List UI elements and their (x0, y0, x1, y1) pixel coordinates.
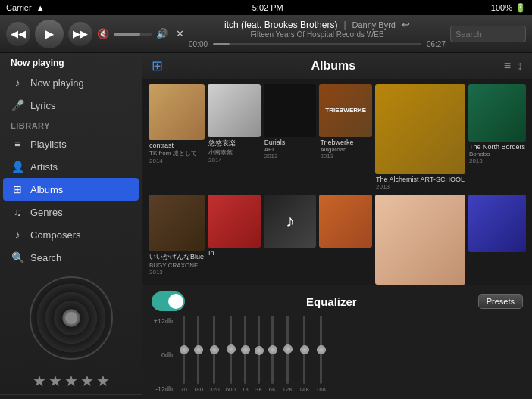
album-item[interactable]: The Alchemist ART-SCHOOL2013 (375, 84, 465, 192)
time-remaining: -06:27 (424, 40, 446, 48)
sidebar-item-composers[interactable]: ♪ Composers (0, 223, 142, 246)
album-item[interactable]: The North BordersBonobo2013 (468, 84, 526, 192)
album-item[interactable] (319, 195, 372, 285)
genres-icon: ♫ (11, 206, 24, 218)
list-view-button[interactable]: ≡ (504, 59, 511, 73)
eq-slider-track[interactable] (303, 316, 305, 384)
star-rating[interactable]: ★ ★ ★ ★ ★ (0, 367, 142, 394)
album-item[interactable]: 悠悠哀楽小南泰葉2014 (208, 84, 261, 192)
sidebar-label-playlists: Playlists (30, 139, 67, 150)
sidebar-item-artists[interactable]: 👤 Artists (0, 155, 142, 178)
eq-slider-col[interactable]: 600 (226, 316, 236, 393)
sidebar-item-lyrics[interactable]: 🎤 Lyrics (0, 94, 142, 117)
eq-freq-label: 14K (299, 386, 310, 393)
eq-freq-label: 180 (193, 386, 203, 393)
sort-button[interactable]: ↕ (517, 59, 523, 73)
play-button[interactable]: ▶ (35, 20, 64, 48)
album-item[interactable]: ♪ (264, 195, 317, 285)
eq-slider-track[interactable] (183, 316, 185, 384)
albums-grid: contrastTK from 凛として2014悠悠哀楽小南泰葉2014Buri… (142, 79, 532, 285)
content-header: ⊞ Albums ≡ ↕ (142, 53, 532, 79)
album-item[interactable] (468, 195, 526, 285)
eq-slider-track[interactable] (197, 316, 199, 384)
eq-slider-col[interactable]: 70 (180, 316, 187, 393)
eq-mid-label: 0db (152, 351, 173, 359)
track-info: itch (feat. Brookes Brothers) | Danny By… (189, 19, 446, 48)
album-item[interactable]: いいかげんなBlueBUGY CRAXONE2013 (149, 195, 205, 285)
eq-slider-col[interactable]: 3K (255, 316, 263, 393)
eq-slider-col[interactable]: 14K (299, 316, 310, 393)
status-left: Carrier ▲ (6, 3, 45, 12)
eq-title: Equalizer (185, 295, 478, 308)
eq-toggle-knob (168, 294, 183, 309)
eq-toggle[interactable] (152, 291, 185, 311)
eq-slider-track[interactable] (320, 316, 322, 384)
eq-slider-col[interactable]: 16K (316, 316, 327, 393)
eq-slider-col[interactable]: 6K (269, 316, 277, 393)
sidebar: Now playing ♪ Now playing 🎤 Lyrics Libra… (0, 53, 142, 399)
eq-slider-track[interactable] (230, 316, 232, 384)
next-button[interactable]: ▶▶ (68, 22, 92, 46)
sidebar-label-lyrics: Lyrics (30, 100, 55, 111)
eq-slider-col[interactable]: 180 (193, 316, 203, 393)
progress-bar[interactable] (213, 43, 421, 45)
sidebar-label-genres: Genres (30, 207, 63, 218)
star-5[interactable]: ★ (96, 372, 110, 390)
presets-button[interactable]: Presets (478, 294, 523, 309)
composers-icon: ♪ (11, 229, 24, 241)
vinyl-disc (30, 276, 113, 360)
repeat-icon[interactable]: ↩ (402, 19, 410, 30)
eq-freq-label: 600 (226, 386, 236, 393)
main-layout: Now playing ♪ Now playing 🎤 Lyrics Libra… (0, 53, 532, 399)
eq-slider-track[interactable] (258, 316, 260, 384)
eq-top-label: +12db (152, 317, 173, 325)
view-icons: ≡ ↕ (504, 59, 523, 73)
playlists-icon: ≡ (11, 138, 24, 150)
shuffle-icon[interactable]: ✕ (176, 28, 184, 39)
star-1[interactable]: ★ (33, 372, 46, 390)
time-elapsed: 00:00 (189, 40, 210, 48)
eq-bot-label: -12db (152, 385, 173, 393)
eq-slider-track[interactable] (244, 316, 246, 384)
eq-slider-col[interactable]: 320 (209, 316, 219, 393)
star-3[interactable]: ★ (64, 372, 78, 390)
battery-label: 100% (491, 3, 512, 12)
content-area: ⊞ Albums ≡ ↕ contrastTK from 凛として2014悠悠哀… (142, 53, 532, 399)
eq-controls: +12db 0db -12db 701803206001K3K6K12K14K1… (152, 316, 523, 393)
eq-freq-label: 6K (269, 386, 277, 393)
album-item[interactable]: In (208, 195, 261, 285)
star-4[interactable]: ★ (80, 372, 94, 390)
eq-slider-col[interactable]: 12K (282, 316, 293, 393)
prev-button[interactable]: ◀◀ (6, 22, 30, 46)
sidebar-item-now-playing[interactable]: ♪ Now playing (0, 71, 142, 94)
transport-bar: ◀◀ ▶ ▶▶ 🔇 🔊 ✕ itch (feat. Brookes Brothe… (0, 15, 532, 53)
sidebar-item-genres[interactable]: ♫ Genres (0, 201, 142, 223)
wifi-icon: ▲ (36, 3, 45, 12)
status-right: 100% 🔋 (491, 3, 526, 13)
eq-slider-col[interactable]: 1K (242, 316, 249, 393)
album-item[interactable] (375, 195, 465, 285)
star-2[interactable]: ★ (49, 372, 62, 390)
sidebar-bottom: ⏻ ⫶ (0, 394, 142, 399)
search-input[interactable] (450, 26, 526, 42)
sidebar-item-search[interactable]: 🔍 Search (0, 246, 142, 269)
eq-slider-track[interactable] (271, 316, 274, 384)
sidebar-item-albums[interactable]: ⊞ Albums (3, 178, 139, 201)
album-item[interactable]: TRIEBWERKETriebwerkeAlligatoah2013 (319, 84, 372, 192)
sidebar-item-playlists[interactable]: ≡ Playlists (0, 132, 142, 155)
albums-title: Albums (163, 59, 504, 73)
eq-db-labels: +12db 0db -12db (152, 317, 176, 393)
sidebar-label-composers: Composers (30, 229, 80, 241)
album-item[interactable]: contrastTK from 凛として2014 (149, 84, 205, 192)
volume-high-icon: 🔊 (156, 28, 168, 39)
grid-view-button[interactable]: ⊞ (152, 58, 163, 74)
carrier-label: Carrier (6, 3, 32, 12)
album-item[interactable]: BurialsAFI2013 (264, 84, 317, 192)
eq-freq-label: 12K (282, 386, 293, 393)
sidebar-label-artists: Artists (30, 161, 58, 173)
eq-slider-track[interactable] (286, 316, 289, 384)
battery-icon: 🔋 (515, 3, 526, 13)
eq-slider-track[interactable] (213, 316, 215, 384)
artists-icon: 👤 (11, 161, 24, 173)
sidebar-label-now-playing: Now playing (30, 77, 84, 89)
